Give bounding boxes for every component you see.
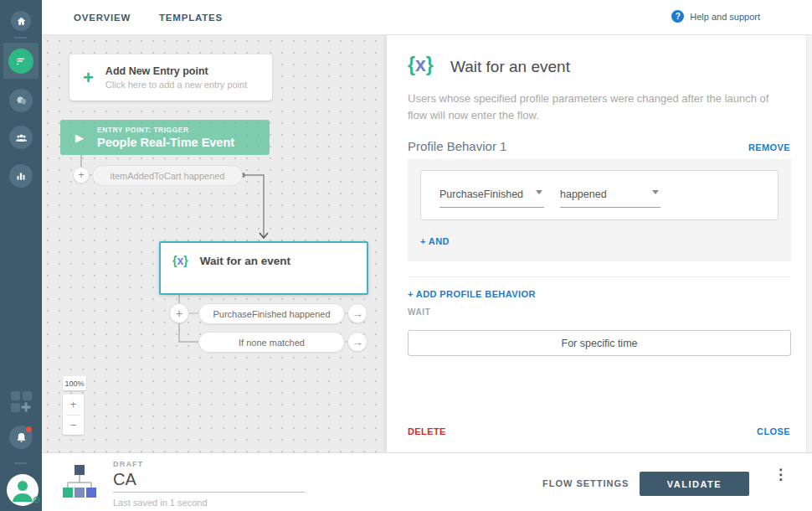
plus-icon: + (78, 169, 84, 181)
status-badge: DRAFT (113, 460, 144, 468)
people-icon (14, 131, 28, 145)
help-and-support[interactable]: ? Help and support (671, 10, 760, 23)
delete-button[interactable]: DELETE (408, 426, 446, 436)
panel-description: Users whose specified profile parameters… (408, 90, 778, 123)
branch-label: If none matched (239, 338, 305, 348)
home-icon (16, 16, 27, 27)
sidebar-item-audience[interactable] (9, 126, 33, 149)
flow-settings-button[interactable]: FLOW SETTINGS (542, 478, 629, 488)
top-navigation: OVERVIEW TEMPLATES ? Help and support (42, 0, 812, 35)
more-options-button[interactable]: ⋮ (773, 467, 788, 483)
sidebar-item-home[interactable] (11, 11, 31, 31)
validate-button[interactable]: VALIDATE (640, 472, 749, 496)
flow-canvas[interactable]: + Add New Entry point Click here to add … (42, 35, 387, 452)
chevron-down-icon (536, 190, 542, 194)
add-entry-title: Add New Entry point (105, 65, 247, 77)
zoom-in-button[interactable]: + (63, 395, 84, 415)
flow-tree-icon (63, 464, 98, 501)
zoom-controls: + − (63, 395, 84, 435)
condition-card: PurchaseFinished happened (420, 170, 779, 220)
branch-connect-button[interactable]: → (347, 303, 367, 323)
apps-add-icon (10, 390, 33, 413)
branch-pill-purchase-finished[interactable]: PurchaseFinished happened (198, 303, 345, 324)
branch-label: PurchaseFinished happened (213, 309, 330, 319)
branch-pill-if-none-matched[interactable]: If none matched (198, 332, 345, 353)
arrow-right-icon: → (352, 336, 363, 348)
flow-builder-app: ⚙ OVERVIEW TEMPLATES ? Help and support … (0, 0, 812, 511)
branch-label: itemAddedToCart happened (110, 171, 225, 181)
operator-select[interactable]: happened (560, 186, 660, 208)
sidebar-divider (14, 462, 27, 464)
sidebar-item-apps[interactable] (10, 390, 33, 413)
notification-dot (26, 426, 32, 432)
tab-overview[interactable]: OVERVIEW (74, 13, 131, 23)
play-icon: ▶ (75, 132, 84, 144)
add-branch-button[interactable]: + (169, 303, 189, 323)
sidebar-divider (14, 37, 27, 39)
sidebar: ⚙ (0, 0, 42, 511)
wait-for-event-node[interactable]: {x} Wait for an event (159, 241, 368, 295)
entry-kicker: ENTRY POINT: TRIGGER (97, 126, 234, 134)
add-and-condition-button[interactable]: + AND (420, 236, 450, 246)
add-branch-button[interactable]: + (73, 167, 90, 183)
entry-point-node[interactable]: ▶ ENTRY POINT: TRIGGER People Real-Time … (60, 120, 270, 155)
wait-event-properties-panel: {x} Wait for an event Users whose specif… (387, 35, 812, 452)
user-avatar[interactable]: ⚙ (7, 474, 39, 506)
event-select[interactable]: PurchaseFinished (439, 186, 544, 208)
flow-name-input[interactable] (113, 470, 306, 493)
profile-behavior-title: Profile Behavior 1 (408, 139, 506, 153)
branch-connect-button[interactable]: → (347, 332, 367, 352)
panel-scrollbar[interactable] (806, 35, 812, 452)
event-select-value: PurchaseFinished (439, 188, 523, 200)
sidebar-item-moments[interactable] (3, 43, 39, 79)
zoom-out-button[interactable]: − (63, 416, 84, 436)
sidebar-item-notifications[interactable] (9, 426, 33, 449)
operator-select-value: happened (560, 188, 607, 200)
panel-title: Wait for an event (450, 58, 570, 76)
zoom-level: 100% (63, 376, 86, 390)
moments-chat-icon (8, 49, 33, 74)
tab-templates[interactable]: TEMPLATES (159, 13, 223, 23)
add-entry-point-card[interactable]: + Add New Entry point Click here to add … (69, 54, 272, 101)
wait-node-icon: {x} (172, 254, 188, 267)
wait-section-label: WAIT (408, 307, 430, 317)
chevron-down-icon (652, 190, 659, 194)
behavior-condition-group: PurchaseFinished happened + AND (408, 159, 791, 261)
chat-bubbles-icon (15, 95, 28, 107)
arrow-right-icon: → (352, 307, 363, 320)
last-saved-text: Last saved in 1 second (113, 498, 208, 508)
sidebar-item-conversations[interactable] (9, 89, 33, 112)
help-icon: ? (671, 10, 684, 23)
add-entry-subtitle: Click here to add a new entry point (105, 80, 247, 90)
avatar-gear-icon: ⚙ (32, 494, 41, 506)
plus-icon: + (176, 307, 182, 320)
section-divider (408, 276, 791, 277)
remove-behavior-button[interactable]: REMOVE (748, 142, 790, 152)
close-button[interactable]: CLOSE (757, 426, 790, 436)
bar-chart-icon (15, 170, 27, 182)
sidebar-item-analytics[interactable] (9, 164, 33, 188)
help-label: Help and support (690, 12, 760, 22)
branch-pill-item-added[interactable]: itemAddedToCart happened (92, 165, 243, 186)
for-specific-time-button[interactable]: For specific time (408, 330, 791, 356)
entry-title: People Real-Time Event (97, 136, 234, 149)
wait-event-icon: {x} (408, 54, 434, 76)
plus-icon: + (83, 69, 94, 87)
wait-node-title: Wait for an event (200, 254, 290, 267)
bell-icon (15, 431, 28, 444)
add-profile-behavior-button[interactable]: + ADD PROFILE BEHAVIOR (408, 289, 536, 299)
flow-footer-bar: DRAFT Last saved in 1 second FLOW SETTIN… (42, 452, 812, 511)
